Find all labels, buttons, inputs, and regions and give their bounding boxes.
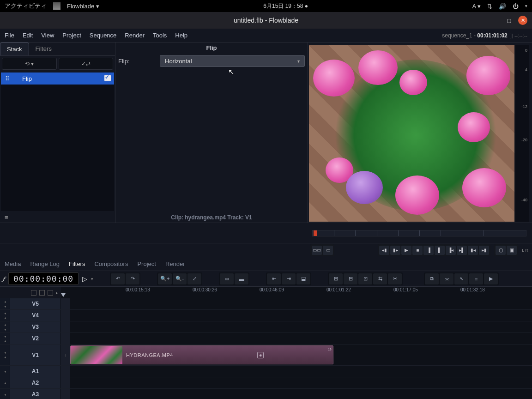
prev-frame-button[interactable]: ◂▮ (379, 246, 389, 255)
bottom-tab-media[interactable]: Media (5, 260, 21, 267)
track-header[interactable]: V2 (10, 333, 61, 344)
track-view-large-icon[interactable] (48, 290, 53, 296)
track-header[interactable]: V5 (10, 298, 61, 309)
track-header[interactable]: A3 (10, 389, 61, 399)
flip-direction-select[interactable]: Horizontal (160, 55, 305, 67)
stack-item-flip[interactable]: ⠿ Flip (1, 73, 114, 85)
timeline-menu-icon[interactable]: 𝑓 (3, 275, 5, 283)
tab-stack[interactable]: Stack (0, 42, 29, 55)
menu-view[interactable]: View (41, 32, 54, 39)
overwrite-button[interactable]: ⬓ (296, 273, 310, 284)
tab-filters[interactable]: Filters (29, 42, 58, 55)
reset-filter-button[interactable]: ⟲ ▾ (2, 58, 57, 70)
layout-button-1[interactable]: ▢ (496, 246, 506, 255)
redo-button[interactable]: ↷ (126, 273, 139, 284)
bottom-tab-rangelog[interactable]: Range Log (30, 260, 60, 267)
split-button[interactable]: ✂ (388, 273, 402, 284)
timeline-clip-hydrangea[interactable]: HYDRANGEA.MP4 ◈ ◔ (70, 345, 333, 364)
track-controls[interactable]: ◂◂ (0, 310, 10, 321)
toggle-all-button[interactable]: ✓⇄ (59, 58, 114, 70)
bottom-tab-project[interactable]: Project (137, 260, 156, 267)
snap-button[interactable]: ⧉ (425, 273, 439, 284)
track-header[interactable]: A2 (10, 377, 61, 388)
track-body[interactable] (70, 310, 532, 321)
track-expand[interactable] (61, 310, 70, 321)
track-expand[interactable] (61, 389, 70, 399)
ruler-chevron-icon[interactable]: ▸ (56, 290, 58, 295)
track-controls[interactable]: ◂ (0, 366, 10, 377)
goto-start-button[interactable]: ▮◂ (468, 246, 478, 255)
ripple-button[interactable]: ⊞ (329, 273, 343, 284)
extract-button[interactable]: ⊡ (358, 273, 372, 284)
track-expand[interactable] (61, 333, 70, 344)
view-mode-clip-button[interactable]: ▭▭ (312, 246, 322, 255)
track-controls[interactable]: ◂◂ (0, 321, 10, 332)
filter-stack-list[interactable]: ⠿ Flip (1, 73, 114, 211)
menu-file[interactable]: File (5, 32, 14, 39)
menu-tools[interactable]: Tools (153, 32, 167, 39)
append-button[interactable]: ⇥ (282, 273, 296, 284)
link-button[interactable]: ⫘ (440, 273, 453, 284)
play-button[interactable]: ▶ (401, 246, 411, 255)
stack-item-enable-checkbox[interactable] (101, 75, 114, 83)
close-button[interactable]: ✕ (518, 16, 527, 25)
app-menu-button[interactable]: Flowblade ▾ (67, 3, 99, 10)
track-expand[interactable] (61, 298, 70, 309)
track-view-med-icon[interactable] (39, 290, 45, 296)
stop-button[interactable]: ■ (412, 246, 423, 255)
zoom-fit-button[interactable]: ⤢ (187, 273, 201, 284)
next-frame-button[interactable]: ▮▸ (390, 246, 400, 255)
volume-icon[interactable]: 🔊 (499, 3, 506, 10)
track-body[interactable]: HYDRANGEA.MP4 ◈ ◔ (70, 345, 532, 365)
track-body[interactable] (70, 333, 532, 344)
layout-button-2[interactable]: ▣ (507, 246, 517, 255)
track-view-small-icon[interactable] (31, 290, 36, 296)
maximize-button[interactable]: ▢ (504, 16, 514, 25)
track-expand[interactable] (61, 366, 70, 377)
track-controls[interactable]: ◂ (0, 389, 10, 399)
mark-out-button[interactable]: ▌ (435, 246, 445, 255)
bottom-tab-compositors[interactable]: Compositors (94, 260, 128, 267)
menu-render[interactable]: Render (125, 32, 145, 39)
timecode-display[interactable]: 00:00:00:00 (8, 272, 79, 285)
track-expand[interactable] (61, 377, 70, 388)
zoom-out-button[interactable]: 🔍- (173, 273, 187, 284)
track-header[interactable]: V3 (10, 321, 61, 332)
playhead-marker[interactable] (61, 293, 66, 297)
stack-menu-button[interactable]: ≡ (0, 212, 115, 223)
undo-button[interactable]: ↶ (111, 273, 125, 284)
menu-project[interactable]: Project (62, 32, 81, 39)
track-controls[interactable]: ◂◂ (0, 298, 10, 309)
insert-button[interactable]: ⇤ (267, 273, 281, 284)
view-mode-trim-button[interactable]: ▭ (323, 246, 333, 255)
track-body[interactable] (70, 298, 532, 309)
track-controls[interactable]: ◂◂ (0, 333, 10, 344)
bottom-tab-render[interactable]: Render (165, 260, 185, 267)
audio-sync-button[interactable]: ∿ (454, 273, 468, 284)
track-body[interactable] (70, 389, 532, 399)
splice-button[interactable]: ▬ (235, 273, 248, 284)
track-body[interactable] (70, 366, 532, 377)
power-icon[interactable]: ⏻ (513, 3, 519, 10)
preview-scrub-bar[interactable] (312, 230, 526, 236)
system-menu-chevron-icon[interactable]: ▾ (525, 4, 527, 8)
resync-button[interactable]: ⇆ (373, 273, 387, 284)
minimize-button[interactable]: — (490, 16, 500, 25)
track-expand[interactable] (61, 321, 70, 332)
track-controls[interactable]: ◂ (0, 377, 10, 388)
track-header[interactable]: V1 (10, 345, 61, 365)
render-preview-button[interactable]: ▶ (484, 273, 498, 284)
activities-button[interactable]: アクティビティ (5, 2, 47, 10)
preview-monitor[interactable] (309, 45, 514, 222)
clock[interactable]: 6月15日 19：58 ● (99, 2, 472, 10)
track-header[interactable]: V4 (10, 310, 61, 321)
goto-end-button[interactable]: ▸▮ (479, 246, 489, 255)
input-method-indicator[interactable]: A ▾ (472, 3, 481, 10)
menu-help[interactable]: Help (175, 32, 187, 39)
track-body[interactable] (70, 321, 532, 332)
menu-sequence[interactable]: Sequence (90, 32, 117, 39)
menu-edit[interactable]: Edit (23, 32, 33, 39)
lift-button[interactable]: ⊟ (344, 273, 357, 284)
goto-out-button[interactable]: ▸▌ (457, 246, 467, 255)
track-expand[interactable]: ↓ (61, 345, 70, 365)
